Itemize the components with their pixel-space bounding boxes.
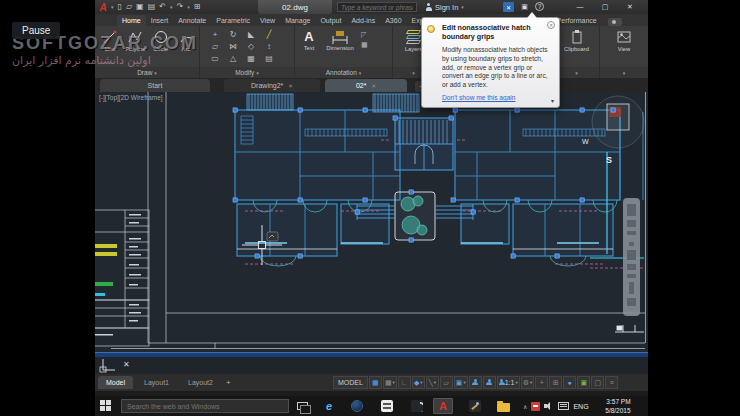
erase-icon[interactable]: ▭ [206, 53, 224, 65]
panel-label-annotation[interactable]: Annotation▾ [295, 67, 392, 78]
notification-close-icon[interactable]: ✕ [547, 21, 555, 29]
exchange-apps-icon[interactable]: ✕ [503, 2, 514, 12]
language-indicator[interactable]: ENG [573, 403, 588, 410]
autodesk-app-icon[interactable]: ▣ [519, 2, 530, 12]
taskbar-search-input[interactable] [121, 399, 289, 413]
chamfer-icon[interactable]: ◇ [242, 41, 260, 53]
document-app-icon[interactable] [377, 398, 397, 414]
ortho-mode-icon[interactable]: ∟ [398, 376, 411, 389]
dimension-tool[interactable]: Dimension [322, 29, 358, 51]
paste-tool[interactable]: Clipboard [554, 26, 599, 52]
app-menu-dropdown-icon[interactable]: ▾ [111, 4, 114, 10]
new-file-icon[interactable]: ▯ [118, 1, 122, 13]
fillet-icon[interactable]: ╱ [260, 29, 278, 41]
scale-icon[interactable]: ▤ [260, 53, 278, 65]
ribbon-tab-parametric[interactable]: Parametric [211, 15, 255, 26]
trim-icon[interactable]: ◣ [242, 29, 260, 41]
annotation-scale-icon[interactable]: 1:1▾ [497, 376, 520, 389]
ribbon-tab-output[interactable]: Output [315, 15, 346, 26]
graphics-performance-icon[interactable]: ● [563, 376, 576, 389]
quick-properties-icon[interactable]: ⊞ [549, 376, 562, 389]
window-close-button[interactable]: ✕ [621, 0, 639, 13]
window-maximize-button[interactable]: ▢ [596, 0, 614, 13]
text-tool[interactable]: A Text [299, 29, 319, 51]
explode-icon[interactable]: △ [224, 53, 242, 65]
tray-expand-icon[interactable]: ∧ [523, 403, 527, 410]
view-tool[interactable]: View [600, 26, 648, 52]
save-file-icon[interactable]: ▣ [136, 1, 144, 13]
undo-icon[interactable]: ↶ [159, 1, 166, 13]
grid-display-icon[interactable]: ▦ [369, 376, 382, 389]
panel-label-modify[interactable]: Modify▾ [200, 67, 294, 78]
ribbon-tab-view[interactable]: View [255, 15, 280, 26]
panel-label-clipboard[interactable]: ▾ [554, 67, 599, 78]
file-tab-start[interactable]: Start [100, 79, 210, 92]
stretch-icon[interactable]: ↕ [260, 41, 278, 53]
file-tab-drawing2[interactable]: Drawing2*✕ [224, 79, 320, 92]
table-icon[interactable]: ▦ [361, 41, 368, 49]
copy-icon[interactable]: ▱ [206, 41, 224, 53]
open-file-icon[interactable]: ▱ [126, 1, 132, 13]
snap-mode-icon[interactable]: ▦▾ [383, 376, 397, 389]
edge-browser-icon[interactable]: e [319, 398, 339, 414]
model-space-button[interactable]: MODEL [333, 376, 368, 389]
annotation-autoscale-icon[interactable] [483, 376, 496, 389]
viewport-controls-label[interactable]: [-][Top][2D Wireframe] [99, 94, 163, 101]
window-minimize-button[interactable]: — [571, 0, 589, 13]
clean-screen-icon[interactable]: ▢ [591, 376, 604, 389]
leader-icon[interactable]: ◸ [361, 31, 368, 39]
ribbon-tab-annotate[interactable]: Annotate [173, 15, 211, 26]
close-tab-icon[interactable]: ✕ [371, 83, 376, 89]
redo-icon[interactable]: ↷ [176, 1, 183, 13]
player-pause-button[interactable]: Pause [12, 22, 60, 39]
mirror-icon[interactable]: ⋈ [224, 41, 242, 53]
layout-tab-layout2[interactable]: Layout2 [180, 376, 221, 389]
ribbon-tab-manage[interactable]: Manage [280, 15, 315, 26]
ribbon-tab-addins[interactable]: Add-ins [346, 15, 380, 26]
plot-icon[interactable]: ▤ [148, 1, 156, 13]
layout-tab-model[interactable]: Model [98, 376, 133, 389]
layout-tab-layout1[interactable]: Layout1 [136, 376, 177, 389]
drawing-canvas[interactable]: [-][Top][2D Wireframe] [95, 92, 648, 352]
clock[interactable]: 3:57 PM 5/8/2015 [593, 397, 635, 416]
redo-dropdown-icon[interactable]: ▾ [187, 1, 190, 13]
browser-globe-icon[interactable] [347, 398, 367, 414]
dont-show-again-link[interactable]: Don't show me this again [442, 94, 553, 101]
notification-expand-icon[interactable]: ▾ [551, 97, 554, 104]
file-tab-02[interactable]: 02*✕ [325, 79, 407, 92]
volume-icon[interactable] [544, 402, 554, 411]
save-settings-icon[interactable]: ▣ [577, 376, 590, 389]
help-icon[interactable]: ? [535, 2, 544, 11]
tray-notification-icon[interactable] [531, 402, 540, 411]
rotate-icon[interactable]: ↻ [224, 29, 242, 41]
media-app-icon[interactable] [407, 398, 427, 414]
polar-tracking-icon[interactable]: ◆▾ [412, 376, 425, 389]
sign-in-button[interactable]: Sign In ▾ [425, 0, 464, 14]
touch-keyboard-icon[interactable] [558, 402, 569, 410]
object-snap-tracking-icon[interactable]: ▱ [440, 376, 453, 389]
customization-menu-icon[interactable]: ≡ [605, 376, 618, 389]
panel-label-draw[interactable]: Draw▾ [95, 67, 199, 78]
panel-label-view[interactable]: ▾ [600, 67, 648, 78]
ribbon-tab-home[interactable]: Home [117, 15, 146, 26]
move-icon[interactable]: + [206, 29, 224, 41]
annotation-visibility-icon[interactable] [469, 376, 482, 389]
infocenter-search-input[interactable] [337, 2, 417, 12]
object-snap-icon[interactable]: ▣▾ [454, 376, 468, 389]
ribbon-tab-insert[interactable]: Insert [146, 15, 174, 26]
undo-dropdown-icon[interactable]: ▾ [170, 1, 173, 13]
video-record-icon[interactable] [608, 18, 622, 26]
array-icon[interactable]: ▦ [242, 53, 260, 65]
workspace-switching-icon[interactable]: ⚙▾ [521, 376, 535, 389]
start-button[interactable] [100, 400, 113, 412]
file-explorer-icon[interactable] [493, 398, 513, 414]
isodraft-icon[interactable]: ╲▾ [426, 376, 439, 389]
close-tab-icon[interactable]: ✕ [288, 83, 293, 89]
new-layout-button[interactable]: + [226, 378, 231, 387]
ribbon-tab-a360[interactable]: A360 [380, 15, 406, 26]
qat-customize-icon[interactable]: ⊞ [194, 1, 201, 13]
autocad-app-logo[interactable]: A [95, 1, 111, 13]
sign-in-dropdown-icon[interactable]: ▾ [461, 4, 464, 10]
annotation-monitor-icon[interactable]: + [535, 376, 548, 389]
autocad-taskbar-icon[interactable]: A [433, 398, 453, 414]
